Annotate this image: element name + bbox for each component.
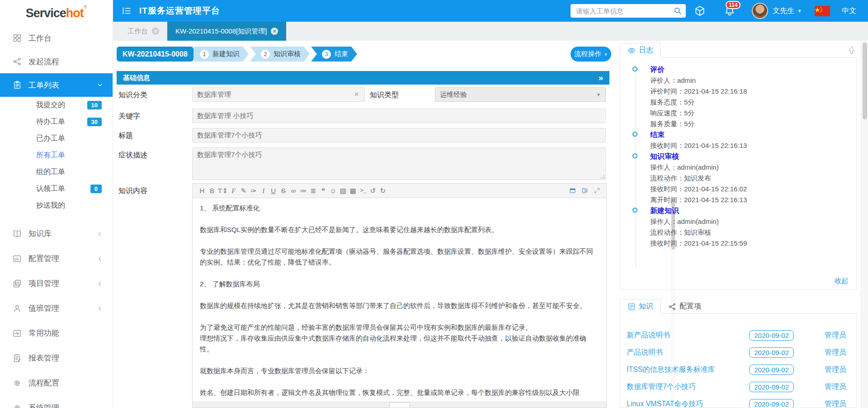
sidebar-subitem-claim-tickets[interactable]: 认领工单0 <box>0 180 113 197</box>
heading-icon[interactable]: H <box>198 184 206 198</box>
china-flag-icon <box>815 6 830 16</box>
topbar: IT服务运营管理平台 114 文先生 ▼ 中文 <box>113 0 868 22</box>
date-badge[interactable]: 2020-09-02 <box>749 330 794 341</box>
sidebar-item-report-mgmt[interactable]: 报表管理 <box>0 346 113 370</box>
sidebar-item-system-mgmt[interactable]: 系统管理 <box>0 395 113 408</box>
back-to-top-icon[interactable] <box>847 45 857 55</box>
category-input[interactable] <box>192 87 365 102</box>
brush-icon[interactable]: ✑ <box>250 184 258 198</box>
align-icon[interactable]: ≣ <box>309 184 317 198</box>
collapse-link[interactable]: 收起 <box>835 277 848 285</box>
sidebar-item-common-functions[interactable]: 常用功能 <box>0 321 113 346</box>
date-badge[interactable]: 2020-09-02 <box>749 399 794 408</box>
knowledge-link[interactable]: Linux VMSTAT命令技巧 <box>627 399 749 408</box>
search-icon[interactable] <box>673 6 682 15</box>
sidebar-item-project-mgmt[interactable]: 项目管理 <box>0 271 113 296</box>
sidebar-subitem-done-tickets[interactable]: 已办工单 <box>0 130 113 147</box>
log-entry-title[interactable]: 知识审核 <box>650 151 856 162</box>
code-icon[interactable]: >_ <box>359 184 367 198</box>
chevron-down-icon[interactable]: ▼ <box>797 8 802 14</box>
sidebar-subitem-group-tickets[interactable]: 组的工单 <box>0 164 113 180</box>
tab-workbench[interactable]: 工作台✕ <box>119 22 167 41</box>
undo-icon[interactable]: ↺ <box>369 184 377 198</box>
tab-config-items[interactable]: 配置项 <box>661 299 708 314</box>
title-input[interactable] <box>192 128 606 142</box>
type-select[interactable]: 运维经验 ▼ <box>435 87 606 102</box>
sidebar-submenu: 我提交的10待办工单30已办工单所有工单组的工单认领工单0抄送我的 <box>0 97 113 214</box>
language-switch[interactable]: 中文 <box>842 6 856 16</box>
chart-icon <box>13 254 22 263</box>
step-label: 结束 <box>335 50 348 58</box>
close-icon[interactable]: ✕ <box>152 28 159 35</box>
chevron-down-icon: ∨ <box>604 52 607 57</box>
close-icon[interactable]: ✕ <box>271 28 278 35</box>
editor-content[interactable]: 1、 系统配置标准化 数据库和SQL实例的数量不断在扩大已经不是新闻了。这意味着… <box>193 198 606 402</box>
emoji-icon[interactable]: ☺ <box>329 184 337 198</box>
process-action-button[interactable]: 流程操作 ∨ <box>571 47 611 62</box>
date-badge[interactable]: 2020-09-02 <box>749 347 794 358</box>
link-icon[interactable]: ∞ <box>289 184 297 198</box>
sidebar-subitem-my-submitted[interactable]: 我提交的10 <box>0 97 113 114</box>
list-icon[interactable]: ≔ <box>299 184 307 198</box>
sidebar-item-knowledge-base[interactable]: 知识库 <box>0 221 113 246</box>
tab-label: KW-20210415-0008[知识管理] <box>175 27 267 36</box>
sidebar-item-process-config[interactable]: 流程配置 <box>0 370 113 395</box>
page-scrollbar[interactable] <box>861 41 868 408</box>
page-title: IT服务运营管理平台 <box>139 5 220 17</box>
tab-log[interactable]: 日志 <box>620 43 661 58</box>
user-name[interactable]: 文先生 <box>773 6 794 16</box>
brand-logo[interactable]: Servicehot® <box>0 0 113 26</box>
log-entry-title[interactable]: 评价 <box>650 64 856 75</box>
sidebar-subitem-cc-me[interactable]: 抄送我的 <box>0 197 113 214</box>
window-preview-icon[interactable] <box>569 187 576 194</box>
notifications-button[interactable]: 114 <box>724 5 736 17</box>
log-entry-line: 接收时间：2021-04-15 22:16:13 <box>650 140 856 151</box>
workflow-step-1[interactable]: 1新建知识 <box>193 47 249 62</box>
knowledge-list-item: 产品说明书2020-09-02管理员 <box>620 344 856 361</box>
font-icon[interactable]: F <box>230 184 238 198</box>
resize-handle[interactable] <box>599 174 605 179</box>
strikethrough-icon[interactable]: S <box>279 184 288 198</box>
image-icon[interactable]: ▨ <box>339 184 347 198</box>
knowledge-link[interactable]: 新产品说明书 <box>627 331 749 340</box>
drag-handle[interactable] <box>389 402 410 408</box>
knowledge-link[interactable]: 产品说明书 <box>627 348 749 357</box>
redo-icon[interactable]: ↻ <box>379 184 387 198</box>
tab-knowledge[interactable]: 知识 <box>620 299 661 314</box>
menu-toggle-icon[interactable] <box>121 5 132 16</box>
sidebar-subitem-todo-tickets[interactable]: 待办工单30 <box>0 114 113 130</box>
fullscreen-icon[interactable] <box>593 187 601 194</box>
sidebar-item-workbench[interactable]: 工作台 <box>0 26 113 50</box>
workflow-step-3[interactable]: 3结束 <box>311 47 357 62</box>
sidebar-item-duty-mgmt[interactable]: 值班管理 <box>0 296 113 321</box>
text-size-icon[interactable]: T⇕ <box>218 184 228 198</box>
avatar[interactable] <box>752 3 768 19</box>
date-badge[interactable]: 2020-09-02 <box>749 382 794 392</box>
cube-icon[interactable] <box>694 5 706 17</box>
date-badge[interactable]: 2020-09-02 <box>749 365 794 375</box>
quote-icon[interactable]: ❝ <box>319 184 327 198</box>
sidebar-item-ticket-list[interactable]: 工单列表 <box>0 73 113 97</box>
bold-icon[interactable]: B <box>208 184 216 198</box>
sidebar-item-start-process[interactable]: 发起流程 <box>0 50 113 73</box>
log-entry-title[interactable]: 新建知识 <box>650 205 856 216</box>
sidebar-item-config-mgmt[interactable]: 配置管理 <box>0 246 113 271</box>
timeline-dot <box>632 153 637 158</box>
symptom-textarea[interactable]: 数据库管理7个小技巧 <box>192 147 606 180</box>
knowledge-link[interactable]: 数据库管理7个小技巧 <box>627 382 749 392</box>
italic-icon[interactable]: I <box>259 184 268 198</box>
clear-icon[interactable]: ✕ <box>354 91 359 98</box>
tab-ticket[interactable]: KW-20210415-0008[知识管理]✕ <box>167 22 286 41</box>
search-input[interactable] <box>571 4 686 18</box>
knowledge-link[interactable]: ITSS的信息技术服务标准库 <box>627 365 749 375</box>
split-view-icon[interactable] <box>581 187 589 194</box>
underline-icon[interactable]: U <box>269 184 278 198</box>
sidebar-subitem-all-tickets[interactable]: 所有工单 <box>0 147 113 164</box>
workflow-step-2[interactable]: 2知识审核 <box>250 47 310 62</box>
table-icon[interactable]: ▦ <box>349 184 357 198</box>
log-entry-title[interactable]: 结束 <box>650 129 856 140</box>
keyword-input[interactable] <box>192 109 606 123</box>
section-collapse-icon[interactable]: » <box>599 73 603 83</box>
app-root: Servicehot® 工作台发起流程工单列表 我提交的10待办工单30已办工单… <box>0 0 868 408</box>
pen-icon[interactable]: ✎ <box>240 184 248 198</box>
